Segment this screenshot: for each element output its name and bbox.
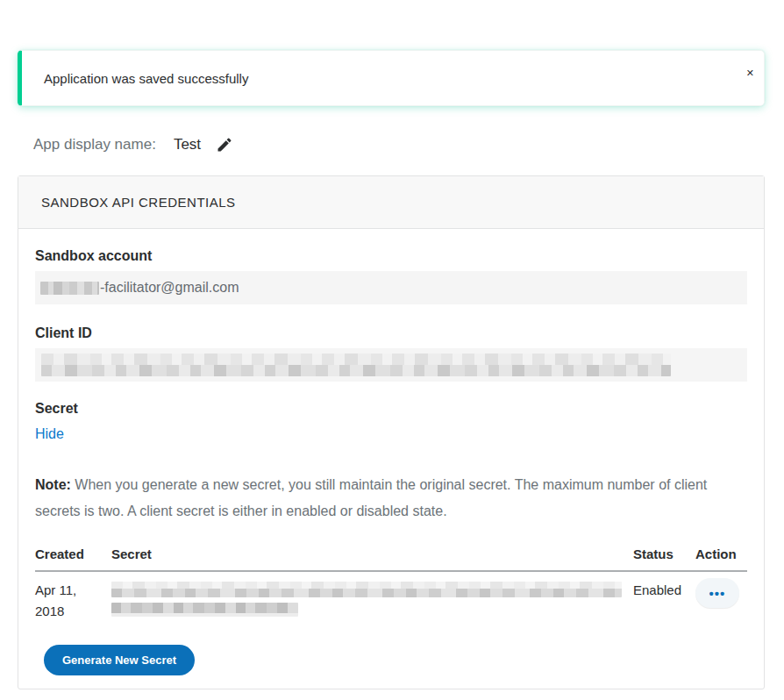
hide-secret-link[interactable]: Hide	[35, 425, 64, 443]
secrets-table-header-row: Created Secret Status Action	[35, 546, 747, 572]
sandbox-account-email: -facilitator@gmail.com	[100, 280, 239, 296]
note-prefix: Note:	[35, 477, 71, 492]
column-header-status: Status	[633, 546, 695, 563]
secret-note: Note: When you generate a new secret, yo…	[35, 472, 747, 525]
secret-status: Enabled	[633, 580, 695, 601]
client-id-field	[35, 348, 747, 382]
sandbox-account-label: Sandbox account	[35, 247, 747, 265]
sandbox-account-field: -facilitator@gmail.com	[35, 271, 747, 304]
success-banner-message: Application was saved successfully	[44, 71, 248, 86]
card-header-title: SANDBOX API CREDENTIALS	[41, 195, 236, 210]
redacted-client-id	[41, 354, 671, 376]
pencil-icon	[216, 136, 233, 154]
sandbox-credentials-card: SANDBOX API CREDENTIALS Sandbox account …	[18, 175, 765, 689]
card-body: Sandbox account -facilitator@gmail.com C…	[18, 247, 764, 689]
table-row: Apr 11, 2018 Enabled •••	[35, 572, 747, 622]
ellipsis-menu-icon[interactable]: •••	[695, 578, 739, 608]
secrets-table: Created Secret Status Action Apr 11, 201…	[35, 546, 747, 622]
note-text: When you generate a new secret, you stil…	[35, 477, 707, 518]
client-id-label: Client ID	[35, 325, 747, 342]
app-display-name-row: App display name: Test	[33, 134, 766, 155]
secret-value-cell	[111, 580, 633, 617]
success-banner: Application was saved successfully ✕	[18, 50, 765, 106]
redacted-secret-line-1	[111, 582, 622, 597]
app-display-name-value: Test	[174, 134, 201, 155]
edit-app-name-button[interactable]	[216, 136, 233, 154]
column-header-created: Created	[35, 546, 111, 563]
close-icon[interactable]: ✕	[740, 65, 760, 82]
app-display-name-label: App display name:	[33, 134, 156, 155]
secret-label: Secret	[35, 400, 747, 418]
redacted-secret-line-2	[111, 603, 298, 617]
secret-action-cell: •••	[695, 580, 747, 608]
redacted-account-name	[40, 282, 99, 295]
generate-new-secret-button[interactable]: Generate New Secret	[44, 645, 195, 675]
column-header-action: Action	[695, 546, 747, 563]
column-header-secret: Secret	[111, 546, 633, 563]
card-header: SANDBOX API CREDENTIALS	[18, 176, 764, 229]
secret-created-date: Apr 11, 2018	[35, 580, 91, 622]
